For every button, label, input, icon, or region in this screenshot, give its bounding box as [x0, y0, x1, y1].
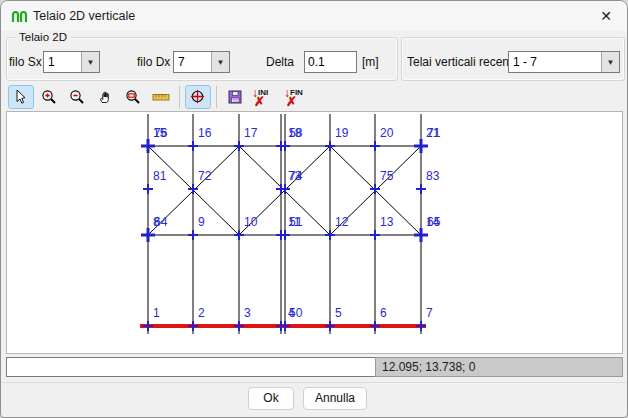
node-label: 74: [289, 169, 303, 183]
node-label: 81: [153, 169, 167, 183]
node-label: 2: [198, 306, 205, 320]
chevron-down-icon[interactable]: ▼: [211, 52, 229, 72]
title-bar: Telaio 2D verticale ✕: [1, 1, 627, 31]
delta-label: Delta: [266, 55, 294, 69]
node-label: 1: [153, 306, 160, 320]
zoom-in-button[interactable]: [36, 85, 62, 109]
group-title: Telaio 2D: [15, 31, 71, 43]
command-input[interactable]: [6, 357, 376, 377]
red-x-icon: ✗: [254, 95, 265, 108]
node-label: 13: [380, 215, 394, 229]
zoom-window-icon: [125, 89, 141, 105]
select-tool-button[interactable]: [8, 85, 34, 109]
node-label: 10: [244, 215, 258, 229]
node-label: 65: [427, 215, 441, 229]
telaio-2d-dialog: Telaio 2D verticale ✕ Telaio 2D filo Sx …: [0, 0, 628, 418]
node-label: 50: [289, 306, 303, 320]
coordinates-readout: 12.095; 13.738; 0: [375, 357, 623, 377]
telai-recenti-label: Telai verticali recenti:: [407, 55, 518, 69]
node-label: 3: [244, 306, 251, 320]
node-label: 83: [426, 169, 440, 183]
floppy-save-icon: [227, 89, 243, 105]
fin-marker-button[interactable]: ↓ FIN ✗: [282, 85, 312, 109]
filo-sx-value: 1: [48, 55, 55, 69]
pan-tool-button[interactable]: [92, 85, 118, 109]
footer-divider: [1, 382, 627, 383]
node-label: 71: [427, 126, 441, 140]
node-label: 75: [380, 169, 394, 183]
chevron-down-icon[interactable]: ▼: [81, 52, 99, 72]
zoom-in-icon: [41, 89, 57, 105]
red-x-icon: ✗: [286, 95, 297, 108]
node-label: 72: [198, 169, 212, 183]
node-label: 12: [335, 215, 349, 229]
zoom-extents-button[interactable]: [185, 85, 211, 109]
filo-dx-value: 7: [178, 55, 185, 69]
node-label: 19: [335, 126, 349, 140]
node-label: 5: [335, 306, 342, 320]
node-label: 51: [289, 215, 303, 229]
cancel-button[interactable]: Annulla: [303, 387, 367, 410]
window-title: Telaio 2D verticale: [33, 9, 135, 23]
telai-recenti-combo[interactable]: 1 - 7 ▼: [508, 51, 620, 73]
ini-marker-button[interactable]: ↓ INI ✗: [250, 85, 280, 109]
chevron-down-icon[interactable]: ▼: [601, 52, 619, 72]
drawing-toolbar: ↓ INI ✗ ↓ FIN ✗: [8, 84, 312, 110]
filo-sx-label: filo Sx: [9, 55, 42, 69]
cursor-arrow-icon: [13, 89, 29, 105]
close-button[interactable]: ✕: [595, 6, 617, 26]
zoom-extents-icon: [190, 89, 206, 105]
filo-sx-combo[interactable]: 1 ▼: [43, 51, 100, 73]
node-label: 7: [426, 306, 433, 320]
frame-canvas[interactable]: 1576161718581920217181727374758386491011…: [6, 111, 623, 354]
save-frame-button[interactable]: [222, 85, 248, 109]
node-label: 58: [289, 126, 303, 140]
zoom-out-button[interactable]: [64, 85, 90, 109]
ok-button[interactable]: Ok: [248, 387, 294, 410]
zoom-out-icon: [69, 89, 85, 105]
measure-tool-button[interactable]: [148, 85, 174, 109]
ruler-icon: [152, 89, 170, 105]
node-label: 9: [198, 215, 205, 229]
filo-dx-label: filo Dx: [137, 55, 170, 69]
toolbar-separator: [179, 86, 180, 108]
delta-unit-label: [m]: [362, 55, 379, 69]
node-label: 16: [198, 126, 212, 140]
node-label: 20: [380, 126, 394, 140]
node-label: 6: [380, 306, 387, 320]
app-logo-icon: [11, 9, 29, 27]
node-label: 17: [244, 126, 258, 140]
zoom-window-button[interactable]: [120, 85, 146, 109]
toolbar-separator: [216, 86, 217, 108]
node-label: 64: [154, 215, 168, 229]
delta-input[interactable]: [304, 51, 357, 73]
telai-recenti-value: 1 - 7: [513, 55, 537, 69]
frame-drawing: 1576161718581920217181727374758386491011…: [7, 112, 622, 353]
pan-hand-icon: [97, 89, 113, 105]
filo-dx-combo[interactable]: 7 ▼: [173, 51, 230, 73]
node-label: 76: [154, 126, 168, 140]
